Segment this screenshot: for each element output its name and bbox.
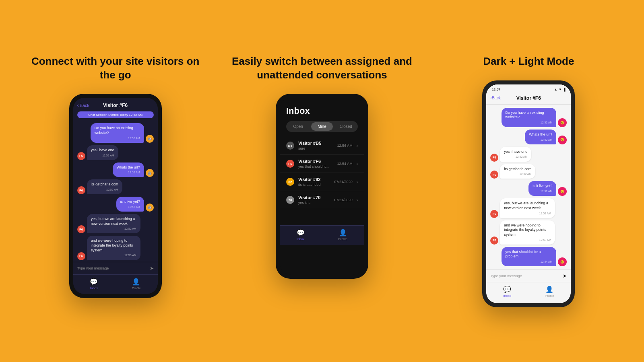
send-icon-1[interactable]: ➤ xyxy=(150,265,154,271)
light-msg-row-8: yes that shouldnt be a problem 12:54 AM … xyxy=(490,247,567,266)
light-nav-inbox[interactable]: 💬 Inbox xyxy=(503,286,511,298)
inbox-tabs: Open Mine Closed xyxy=(286,121,358,132)
light-bottom-nav: 💬 Inbox 👤 Profile xyxy=(486,282,571,303)
inbox-item-b5[interactable]: B5 Visitor #B5 sure 12:56 AM › xyxy=(280,137,364,155)
avatar-70: 70 xyxy=(286,196,294,204)
battery-icon: ▐ xyxy=(563,88,566,91)
back-chevron-icon-1: ‹ xyxy=(77,103,79,108)
light-back-button[interactable]: ‹ Back xyxy=(490,96,501,100)
phone-1: ‹ Back Visitor #F6 Chat Session Started … xyxy=(69,94,162,298)
avatar-f6-inbox: F6 xyxy=(286,160,294,168)
msg-time-4: 12:52 AM xyxy=(91,188,118,191)
phone-3-screen: 12:57 ▲ ▼ ▐ ‹ Back Visitor #F6 xyxy=(486,84,571,304)
visitor-name-1: Visitor #F6 xyxy=(103,103,128,108)
inbox-item-82-name: Visitor #82 xyxy=(298,177,330,182)
inbox-header: Inbox Open Mine Closed xyxy=(280,98,364,137)
wifi-icon: ▼ xyxy=(559,88,562,91)
light-msg-text-5: is it live yet? xyxy=(533,184,552,188)
f6-avatar-2: F6 xyxy=(77,186,85,194)
tab-mine[interactable]: Mine xyxy=(311,122,332,131)
light-msg-row-2: Whats the url? 12:52 AM 😊 xyxy=(490,130,567,144)
inbox-item-70-time: 07/21/2020 xyxy=(334,198,353,202)
section-3-title: Dark + Light Mode xyxy=(483,55,574,68)
light-f6-avatar-1: F6 xyxy=(490,154,498,162)
chevron-82-icon: › xyxy=(357,180,358,184)
light-msg-text-1: Do you have an existing website? xyxy=(506,111,544,119)
nav-inbox-2[interactable]: 💬 Inbox xyxy=(297,229,305,241)
inbox-item-82[interactable]: 82 Visitor #82 its is attended 07/21/202… xyxy=(280,173,364,191)
msg-row-6: F6 yes, but we are launching a new versi… xyxy=(77,214,154,233)
light-msg-row-1: Do you have an existing website? 12:52 A… xyxy=(490,108,567,127)
msg-time-7: 12:53 AM xyxy=(91,253,136,257)
inbox-item-82-preview: its is attended xyxy=(298,183,330,187)
nav-inbox-label-1: Inbox xyxy=(90,286,98,290)
inbox-item-70-name: Visitor #70 xyxy=(298,195,330,200)
bottom-nav-2: 💬 Inbox 👤 Profile xyxy=(280,225,364,245)
chat-messages-1: Do you have an existing website? 12:52 A… xyxy=(73,121,158,261)
msg-bubble-5: is it live yet? 12:52 AM xyxy=(116,197,144,212)
light-send-icon[interactable]: ➤ xyxy=(563,273,567,279)
nav-profile-2[interactable]: 👤 Profile xyxy=(338,229,347,241)
light-agent-avatar-4: 😊 xyxy=(558,257,567,266)
light-msg-7: and we were hoping to integrate the loya… xyxy=(500,220,555,245)
bottom-nav-1: 💬 Inbox 👤 Profile xyxy=(73,274,158,294)
light-msg-time-8: 12:54 AM xyxy=(506,260,553,263)
light-back-label: Back xyxy=(492,96,501,100)
light-agent-avatar-3: 😊 xyxy=(558,187,567,196)
phone-2-screen: Inbox Open Mine Closed B5 Visitor #B5 su xyxy=(280,98,364,275)
light-msg-time-1: 12:52 AM xyxy=(506,121,553,124)
inbox-item-f6-info: Visitor #F6 yes that shouldnt... xyxy=(298,159,333,169)
msg-bubble-6: yes, but we are launching a new version … xyxy=(87,214,140,233)
inbox-item-b5-time: 12:56 AM xyxy=(337,144,353,148)
agent-avatar-1: 🤖 xyxy=(146,135,154,143)
light-msg-text-3: yes i have one xyxy=(504,150,527,154)
inbox-item-b5-info: Visitor #B5 sure xyxy=(298,141,333,150)
msg-text-3: Whats the url? xyxy=(117,165,140,169)
inbox-icon-1: 💬 xyxy=(90,278,98,286)
sections-container: Connect with your site visitors on the g… xyxy=(0,39,644,323)
msg-text-7: and we were hoping to integrate the loya… xyxy=(91,239,133,252)
section-connect: Connect with your site visitors on the g… xyxy=(24,55,206,298)
inbox-item-70[interactable]: 70 Visitor #70 yes it is 07/21/2020 › xyxy=(280,191,364,209)
msg-time-1: 12:52 AM xyxy=(95,136,140,140)
back-button-1[interactable]: ‹ Back xyxy=(77,103,89,108)
light-chat-messages: Do you have an existing website? 12:52 A… xyxy=(486,105,571,270)
tab-closed[interactable]: Closed xyxy=(335,122,357,131)
msg-bubble-1: Do you have an existing website? 12:52 A… xyxy=(91,123,144,142)
profile-icon-1: 👤 xyxy=(132,278,140,286)
light-msg-text-4: its getcharla.com xyxy=(504,167,531,171)
msg-time-6: 12:52 AM xyxy=(91,227,136,230)
light-msg-row-6: F6 yes, but we are launching a new versi… xyxy=(490,198,567,218)
msg-text-4: its getcharla.com xyxy=(91,182,118,186)
inbox-item-82-info: Visitor #82 its is attended xyxy=(298,177,330,187)
light-agent-avatar-1: 😊 xyxy=(558,118,567,127)
nav-inbox-1[interactable]: 💬 Inbox xyxy=(90,278,98,290)
msg-bubble-2: yes i have one 12:52 AM xyxy=(87,145,118,160)
chat-input-bar-1[interactable]: Type your message ➤ xyxy=(73,262,158,274)
light-nav-profile[interactable]: 👤 Profile xyxy=(545,286,554,298)
inbox-item-f6-time: 12:54 AM xyxy=(337,162,353,166)
inbox-title: Inbox xyxy=(286,106,358,116)
light-msg-time-4: 12:52 AM xyxy=(504,172,531,176)
agent-avatar-2: 🤖 xyxy=(146,169,154,177)
msg-time-5: 12:52 AM xyxy=(120,205,140,209)
msg-time-2: 12:52 AM xyxy=(91,154,114,157)
msg-text-1: Do you have an existing website? xyxy=(95,126,133,135)
light-chat-input-bar[interactable]: Type your message ➤ xyxy=(486,269,571,282)
profile-icon-2: 👤 xyxy=(339,229,347,237)
chevron-b5-icon: › xyxy=(357,144,358,148)
tab-open[interactable]: Open xyxy=(287,122,309,131)
status-icons: ▲ ▼ ▐ xyxy=(554,88,566,91)
f6-avatar-1: F6 xyxy=(77,152,85,160)
light-msg-time-6: 12:52 AM xyxy=(504,212,551,215)
inbox-item-b5-preview: sure xyxy=(298,146,333,150)
nav-profile-1[interactable]: 👤 Profile xyxy=(132,278,141,290)
nav-profile-label-2: Profile xyxy=(338,237,347,241)
inbox-item-f6[interactable]: F6 Visitor #F6 yes that shouldnt... 12:5… xyxy=(280,155,364,173)
phone-2: Inbox Open Mine Closed B5 Visitor #B5 su xyxy=(276,94,368,279)
section-1-title: Connect with your site visitors on the g… xyxy=(24,55,206,82)
msg-bubble-3: Whats the url? 12:52 AM xyxy=(113,162,144,177)
light-status-bar: 12:57 ▲ ▼ ▐ xyxy=(486,84,571,93)
light-msg-4: its getcharla.com 12:52 AM xyxy=(500,164,535,179)
light-f6-avatar-4: F6 xyxy=(490,237,498,245)
